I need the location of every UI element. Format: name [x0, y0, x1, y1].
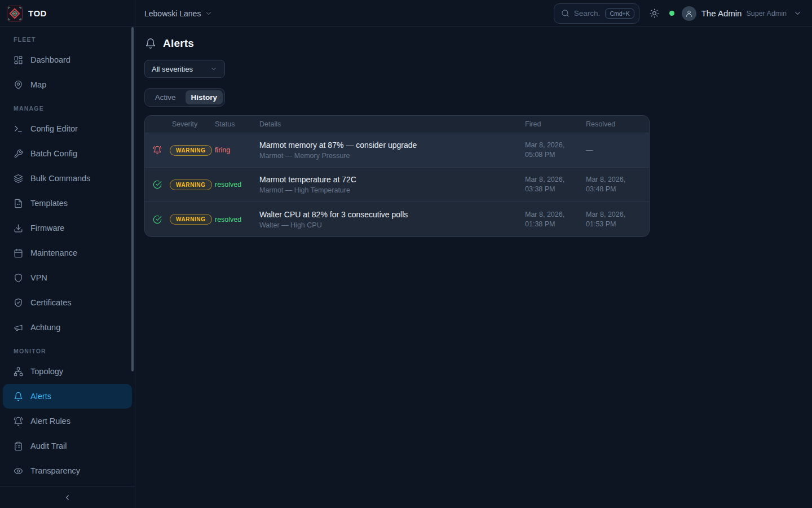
sidebar-section-manage: MANAGEConfig EditorBatch ConfigBulk Comm… [0, 105, 135, 340]
shield-check-icon [14, 298, 23, 308]
status-text: resolved [215, 181, 259, 189]
chevron-down-icon [210, 65, 218, 73]
bell-ring-icon [145, 146, 170, 155]
alert-title: Marmot memory at 87% — consider upgrade [259, 141, 525, 150]
wrench-icon [14, 149, 23, 159]
alert-subtitle: Marmot — High Temperature [259, 186, 525, 194]
page-header: Alerts [145, 37, 803, 50]
sidebar-item-label: Transparency [30, 466, 80, 475]
alert-row[interactable]: WARNINGresolvedMarmot temperature at 72C… [145, 168, 649, 202]
layers-icon [14, 174, 23, 183]
alerts-table-body: WARNINGfiringMarmot memory at 87% — cons… [145, 133, 649, 237]
sidebar-item-config-editor[interactable]: Config Editor [3, 116, 132, 141]
bell-icon [145, 38, 156, 49]
severity-badge: WARNING [170, 145, 212, 156]
org-name: Lebowski Lanes [144, 9, 201, 18]
check-circle-icon [145, 215, 170, 224]
alerts-table: SeverityStatusDetailsFiredResolved WARNI… [144, 115, 650, 237]
terminal-icon [14, 124, 23, 134]
main-content: Alerts All severities ActiveHistory Seve… [135, 27, 812, 508]
sidebar-item-label: Dashboard [30, 55, 70, 64]
clipboard-list-icon [14, 441, 23, 451]
avatar[interactable] [682, 6, 696, 21]
sidebar-section-fleet: FLEETDashboardMap [0, 36, 135, 97]
sidebar-item-audit-trail[interactable]: Audit Trail [3, 433, 132, 458]
alert-row[interactable]: WARNINGfiringMarmot memory at 87% — cons… [145, 133, 649, 168]
fired-cell: Mar 8, 2026, 05:08 PM [525, 141, 586, 160]
fired-cell: Mar 8, 2026, 03:38 PM [525, 175, 586, 194]
sidebar-item-label: Maintenance [30, 248, 77, 257]
sidebar-item-label: Batch Config [30, 149, 77, 158]
sidebar-section-label: FLEET [0, 36, 135, 43]
severity-cell: WARNING [170, 179, 215, 190]
brand: TOD [0, 0, 135, 27]
topbar: TOD Lebowski Lanes Search... Cmd+K The A… [0, 0, 812, 27]
sidebar-item-label: Map [30, 80, 46, 89]
sidebar-item-label: Firmware [30, 224, 64, 233]
resolved-cell: Mar 8, 2026, 01:53 PM [586, 210, 649, 229]
user-icon [685, 10, 693, 17]
user-role: Super Admin [746, 10, 787, 17]
sidebar-collapse-button[interactable] [0, 487, 135, 508]
resolved-cell: — [586, 146, 649, 155]
status-text: firing [215, 146, 259, 154]
chevron-down-icon [793, 9, 802, 17]
alert-row[interactable]: WARNINGresolvedWalter CPU at 82% for 3 c… [145, 202, 649, 237]
sidebar-item-firmware[interactable]: Firmware [3, 216, 132, 240]
sidebar-scrollbar[interactable] [131, 27, 134, 371]
sidebar-item-maintenance[interactable]: Maintenance [3, 240, 132, 265]
user-name: The Admin [701, 8, 742, 18]
sidebar-item-transparency[interactable]: Transparency [3, 458, 132, 483]
tab-active[interactable]: Active [147, 90, 184, 104]
brand-name: TOD [28, 8, 47, 18]
sidebar-item-label: VPN [30, 273, 47, 282]
sidebar-item-dashboard[interactable]: Dashboard [3, 47, 132, 72]
fired-cell: Mar 8, 2026, 01:38 PM [525, 210, 586, 229]
sidebar-item-map[interactable]: Map [3, 72, 132, 97]
sidebar-item-label: Bulk Commands [30, 174, 90, 183]
online-status-dot [669, 11, 674, 16]
sidebar-item-batch-config[interactable]: Batch Config [3, 141, 132, 166]
sun-icon [650, 8, 659, 18]
user-menu-button[interactable] [793, 9, 802, 17]
search-input[interactable]: Search... Cmd+K [554, 3, 639, 24]
topology-icon [14, 367, 23, 376]
alert-subtitle: Marmot — Memory Pressure [259, 152, 525, 160]
column-header-resolved: Resolved [586, 120, 649, 128]
sidebar-item-label: Alert Rules [30, 417, 70, 426]
shield-icon [14, 273, 23, 283]
sidebar-item-label: Alerts [30, 392, 51, 401]
tab-history[interactable]: History [186, 90, 223, 104]
alert-title: Walter CPU at 82% for 3 consecutive poll… [259, 210, 525, 219]
file-icon [14, 199, 23, 208]
severity-cell: WARNING [170, 145, 215, 156]
sidebar-item-label: Topology [30, 367, 63, 376]
download-icon [14, 224, 23, 233]
search-shortcut-kbd: Cmd+K [605, 8, 634, 19]
sidebar-item-alerts[interactable]: Alerts [3, 384, 132, 409]
sidebar-item-certificates[interactable]: Certificates [3, 290, 132, 315]
page-title: Alerts [163, 37, 194, 50]
column-header-details: Details [259, 120, 525, 128]
sidebar-item-templates[interactable]: Templates [3, 191, 132, 216]
details-cell: Marmot memory at 87% — consider upgradeM… [259, 141, 525, 160]
sidebar-item-vpn[interactable]: VPN [3, 265, 132, 290]
sidebar-item-topology[interactable]: Topology [3, 359, 132, 384]
map-pin-icon [14, 80, 23, 90]
sidebar-item-bulk-commands[interactable]: Bulk Commands [3, 166, 132, 191]
sidebar-item-label: Templates [30, 199, 68, 208]
eye-icon [14, 466, 23, 476]
org-switcher[interactable]: Lebowski Lanes [144, 9, 213, 18]
sidebar-item-label: Certificates [30, 298, 72, 307]
details-cell: Walter CPU at 82% for 3 consecutive poll… [259, 210, 525, 229]
severity-filter-select[interactable]: All severities [144, 60, 225, 78]
theme-toggle-button[interactable] [650, 8, 659, 18]
calendar-icon [14, 248, 23, 258]
search-icon [561, 9, 570, 17]
column-header-severity: Severity [170, 120, 215, 128]
sidebar-item-achtung[interactable]: Achtung [3, 315, 132, 340]
chevron-left-icon [63, 493, 72, 502]
sidebar-item-alert-rules[interactable]: Alert Rules [3, 409, 132, 433]
bell-ring-icon [14, 417, 23, 426]
dashboard-icon [14, 55, 23, 65]
